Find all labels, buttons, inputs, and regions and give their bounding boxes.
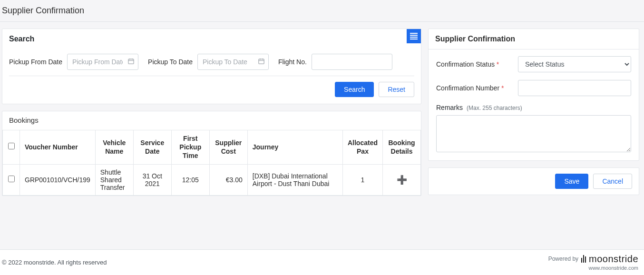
pickup-to-label: Pickup To Date xyxy=(148,58,193,66)
powered-by-label: Powered by xyxy=(548,256,578,262)
save-button[interactable]: Save xyxy=(555,174,588,189)
remarks-hint: (Max. 255 characters) xyxy=(467,105,522,111)
cell-supplier-cost: €3.00 xyxy=(209,164,247,195)
col-service-date: Service Date xyxy=(133,130,171,165)
action-panel: Save Cancel xyxy=(428,167,639,195)
reset-button[interactable]: Reset xyxy=(379,82,414,97)
footer: © 2022 moonstride. All rights reserved P… xyxy=(0,249,644,275)
cell-first-pickup-time: 12:05 xyxy=(171,164,209,195)
cell-voucher-number: GRP001010/VCH/199 xyxy=(20,164,96,195)
col-voucher-number: Voucher Number xyxy=(20,130,96,165)
flight-no-input[interactable] xyxy=(312,54,392,70)
search-button[interactable]: Search xyxy=(335,82,374,97)
footer-copyright: © 2022 moonstride. All rights reserved xyxy=(2,259,107,266)
col-booking-details: Booking Details xyxy=(383,130,421,165)
search-title: Search xyxy=(2,29,41,49)
status-label: Confirmation Status xyxy=(436,60,495,68)
col-journey: Journey xyxy=(247,130,342,165)
remarks-textarea[interactable] xyxy=(436,115,631,152)
confirmation-number-input[interactable] xyxy=(518,80,631,96)
bookings-table: Voucher Number Vehicle Name Service Date… xyxy=(2,130,421,196)
required-marker: * xyxy=(497,60,499,68)
select-all-checkbox[interactable] xyxy=(8,143,15,149)
table-row: GRP001010/VCH/199 Shuttle Shared Transfe… xyxy=(3,164,421,195)
svg-rect-2 xyxy=(410,37,418,38)
svg-rect-0 xyxy=(410,33,418,34)
svg-rect-1 xyxy=(410,35,418,36)
cell-service-date: 31 Oct 2021 xyxy=(133,164,171,195)
cell-allocated-pax: 1 xyxy=(342,164,382,195)
confirmation-panel: Supplier Confirmation Confirmation Statu… xyxy=(428,29,639,161)
col-first-pickup-time: First Pickup Time xyxy=(171,130,209,165)
col-vehicle-name: Vehicle Name xyxy=(95,130,133,165)
row-checkbox[interactable] xyxy=(8,176,15,182)
required-marker: * xyxy=(501,84,504,92)
pickup-from-input[interactable] xyxy=(67,54,138,70)
svg-rect-3 xyxy=(410,39,418,39)
search-panel: Search Pickup From Date xyxy=(2,29,421,104)
confirmation-title: Supplier Confirmation xyxy=(429,29,639,49)
col-supplier-cost: Supplier Cost xyxy=(209,130,247,165)
cell-vehicle-name: Shuttle Shared Transfer xyxy=(95,164,133,195)
number-label: Confirmation Number xyxy=(436,84,499,92)
page-title: Supplier Confirmation xyxy=(0,0,644,22)
pickup-from-label: Pickup From Date xyxy=(9,58,62,66)
brand-url: www.moonstride.com xyxy=(588,265,638,271)
pickup-to-input[interactable] xyxy=(197,54,269,70)
bookings-panel: Bookings Voucher Number Vehicle Name Ser… xyxy=(2,111,421,196)
expand-details-icon[interactable]: ➕ xyxy=(397,175,407,185)
toggle-list-icon[interactable] xyxy=(407,29,421,43)
bookings-title: Bookings xyxy=(2,111,421,130)
status-select[interactable]: Select Status xyxy=(518,56,631,72)
brand-name: moonstride xyxy=(589,254,638,264)
cell-journey: [DXB] Dubai International Airport - Dust… xyxy=(247,164,342,195)
cancel-button[interactable]: Cancel xyxy=(593,174,632,189)
col-allocated-pax: Allocated Pax xyxy=(342,130,382,165)
brand-logo-icon xyxy=(581,255,586,263)
flight-no-label: Flight No. xyxy=(278,58,307,66)
remarks-label: Remarks xyxy=(436,104,463,111)
